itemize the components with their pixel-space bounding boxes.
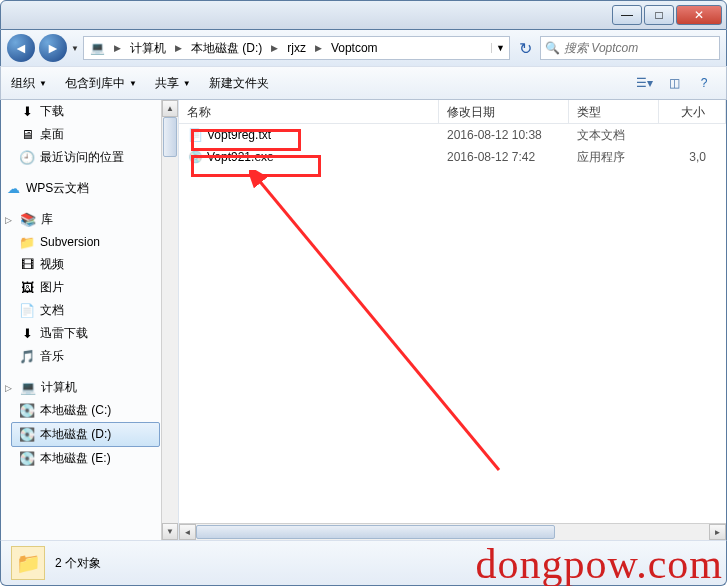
toolbar: 组织 ▼ 包含到库中 ▼ 共享 ▼ 新建文件夹 ☰▾ ◫ ? (0, 66, 727, 100)
col-date[interactable]: 修改日期 (439, 100, 569, 123)
new-folder-button[interactable]: 新建文件夹 (209, 75, 269, 92)
status-count: 2 个对象 (55, 555, 101, 572)
computer-icon[interactable]: 💻 (84, 37, 111, 59)
sidebar-item-xunlei[interactable]: ⬇迅雷下载 (1, 322, 178, 345)
sidebar-drive-e[interactable]: 💽本地磁盘 (E:) (1, 447, 178, 470)
watermark-text: dongpow.com (476, 540, 723, 586)
maximize-button[interactable]: □ (644, 5, 674, 25)
folder-icon: 📁 (11, 546, 45, 580)
help-button[interactable]: ? (692, 73, 716, 93)
expand-icon[interactable]: ▷ (5, 215, 15, 225)
sidebar-item-music[interactable]: 🎵音乐 (1, 345, 178, 368)
breadcrumb[interactable]: 💻 ▶ 计算机 ▶ 本地磁盘 (D:) ▶ rjxz ▶ Voptcom ▼ (83, 36, 510, 60)
sidebar-item-documents[interactable]: 📄文档 (1, 299, 178, 322)
bc-computer[interactable]: 计算机 (124, 37, 172, 59)
include-in-library-menu[interactable]: 包含到库中 ▼ (65, 75, 137, 92)
search-icon: 🔍 (545, 41, 560, 55)
col-size[interactable]: 大小 (659, 100, 726, 123)
scroll-up-button[interactable]: ▲ (162, 100, 178, 117)
file-type: 应用程序 (569, 149, 659, 166)
navigation-pane: ⬇下载 🖥桌面 🕘最近访问的位置 ☁WPS云文档 ▷📚库 📁Subversion… (1, 100, 179, 540)
main-area: ⬇下载 🖥桌面 🕘最近访问的位置 ☁WPS云文档 ▷📚库 📁Subversion… (0, 100, 727, 540)
share-menu[interactable]: 共享 ▼ (155, 75, 191, 92)
folder-icon: 📁 (19, 234, 35, 250)
scroll-right-button[interactable]: ► (709, 524, 726, 540)
desktop-icon: 🖥 (19, 127, 35, 143)
recent-icon: 🕘 (19, 150, 35, 166)
file-type: 文本文档 (569, 127, 659, 144)
chevron-down-icon: ▼ (129, 79, 137, 88)
sidebar-computer[interactable]: ▷💻计算机 (1, 376, 178, 399)
file-name: Vopt921.exe (207, 150, 274, 164)
sidebar-item-pictures[interactable]: 🖼图片 (1, 276, 178, 299)
document-icon: 📄 (19, 303, 35, 319)
window-titlebar: — □ ✕ (0, 0, 727, 30)
drive-icon: 💽 (19, 403, 35, 419)
bc-arrow-icon: ▶ (111, 43, 124, 53)
column-headers: 名称 修改日期 类型 大小 (179, 100, 726, 124)
download-icon: ⬇ (19, 104, 35, 120)
text-file-icon: 📄 (187, 127, 203, 143)
file-row[interactable]: 📄Vopt9reg.txt 2016-08-12 10:38 文本文档 (179, 124, 726, 146)
file-date: 2016-08-12 10:38 (439, 128, 569, 142)
sidebar-item-videos[interactable]: 🎞视频 (1, 253, 178, 276)
bc-arrow-icon: ▶ (172, 43, 185, 53)
drive-icon: 💽 (19, 427, 35, 443)
refresh-button[interactable]: ↻ (514, 37, 536, 59)
scroll-thumb[interactable] (196, 525, 555, 539)
preview-pane-button[interactable]: ◫ (662, 73, 686, 93)
horizontal-scrollbar[interactable]: ◄ ► (179, 523, 726, 540)
sidebar-drive-c[interactable]: 💽本地磁盘 (C:) (1, 399, 178, 422)
file-list-pane: 名称 修改日期 类型 大小 📄Vopt9reg.txt 2016-08-12 1… (179, 100, 726, 540)
bc-arrow-icon: ▶ (268, 43, 281, 53)
nav-history-dropdown-icon[interactable]: ▼ (71, 44, 79, 53)
file-size: 3,0 (659, 150, 726, 164)
view-options-button[interactable]: ☰▾ (632, 73, 656, 93)
music-icon: 🎵 (19, 349, 35, 365)
picture-icon: 🖼 (19, 280, 35, 296)
computer-icon: 💻 (20, 380, 36, 396)
sidebar-item-recent[interactable]: 🕘最近访问的位置 (1, 146, 178, 169)
bc-drive-d[interactable]: 本地磁盘 (D:) (185, 37, 268, 59)
library-icon: 📚 (20, 212, 36, 228)
bc-voptcom[interactable]: Voptcom (325, 37, 384, 59)
chevron-down-icon: ▼ (39, 79, 47, 88)
minimize-button[interactable]: — (612, 5, 642, 25)
organize-menu[interactable]: 组织 ▼ (11, 75, 47, 92)
expand-icon[interactable]: ▷ (5, 383, 15, 393)
drive-icon: 💽 (19, 451, 35, 467)
navigation-bar: ◄ ► ▼ 💻 ▶ 计算机 ▶ 本地磁盘 (D:) ▶ rjxz ▶ Voptc… (0, 30, 727, 66)
sidebar-item-desktop[interactable]: 🖥桌面 (1, 123, 178, 146)
search-input[interactable] (560, 41, 715, 55)
cloud-icon: ☁ (5, 181, 21, 197)
scroll-left-button[interactable]: ◄ (179, 524, 196, 540)
close-button[interactable]: ✕ (676, 5, 722, 25)
svg-line-0 (257, 178, 499, 470)
file-date: 2016-08-12 7:42 (439, 150, 569, 164)
scroll-down-button[interactable]: ▼ (162, 523, 178, 540)
sidebar-item-downloads[interactable]: ⬇下载 (1, 100, 178, 123)
sidebar-drive-d[interactable]: 💽本地磁盘 (D:) (11, 422, 160, 447)
file-list: 📄Vopt9reg.txt 2016-08-12 10:38 文本文档 💿Vop… (179, 124, 726, 168)
sidebar-item-subversion[interactable]: 📁Subversion (1, 231, 178, 253)
video-icon: 🎞 (19, 257, 35, 273)
col-name[interactable]: 名称 (179, 100, 439, 123)
exe-file-icon: 💿 (187, 149, 203, 165)
sidebar-libraries[interactable]: ▷📚库 (1, 208, 178, 231)
back-button[interactable]: ◄ (7, 34, 35, 62)
scroll-thumb[interactable] (163, 117, 177, 157)
file-name: Vopt9reg.txt (207, 128, 271, 142)
annotation-arrow (249, 170, 509, 480)
sidebar-scrollbar[interactable]: ▲ ▼ (161, 100, 178, 540)
bc-arrow-icon: ▶ (312, 43, 325, 53)
breadcrumb-dropdown-icon[interactable]: ▼ (491, 43, 509, 53)
file-row[interactable]: 💿Vopt921.exe 2016-08-12 7:42 应用程序 3,0 (179, 146, 726, 168)
search-box[interactable]: 🔍 (540, 36, 720, 60)
chevron-down-icon: ▼ (183, 79, 191, 88)
bc-rjxz[interactable]: rjxz (281, 37, 312, 59)
download-icon: ⬇ (19, 326, 35, 342)
sidebar-item-wps[interactable]: ☁WPS云文档 (1, 177, 178, 200)
forward-button[interactable]: ► (39, 34, 67, 62)
col-type[interactable]: 类型 (569, 100, 659, 123)
